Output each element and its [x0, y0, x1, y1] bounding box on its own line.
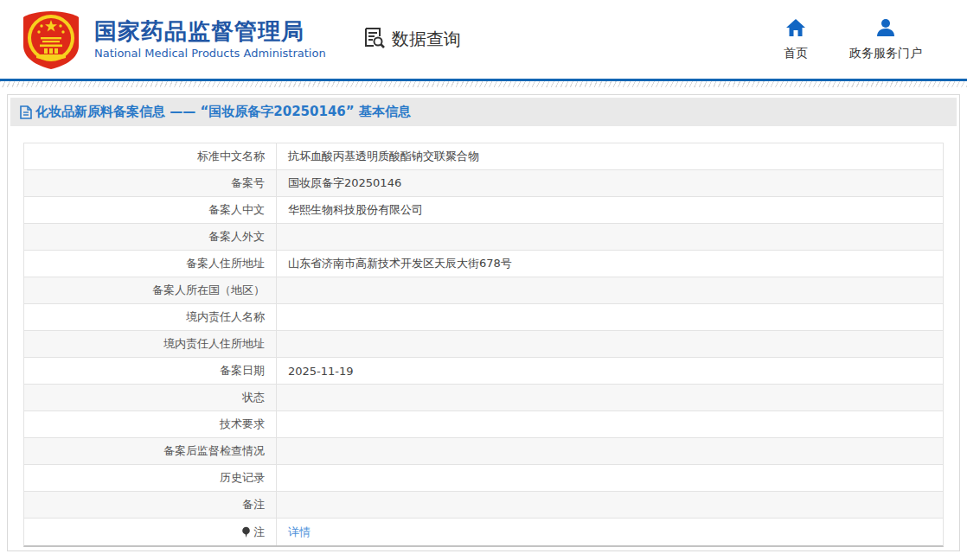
row-value [277, 304, 943, 330]
table-row: 备案号 国妆原备字20250146 [24, 170, 943, 197]
row-label: 注 [24, 519, 277, 545]
home-icon [785, 18, 806, 41]
row-label-text: 标准中文名称 [197, 149, 265, 164]
content-panel: 化妆品新原料备案信息 —— “国妆原备字20250146” 基本信息 标准中文名… [7, 94, 960, 551]
table-row: 历史记录 [24, 465, 943, 492]
note-icon [241, 526, 251, 538]
row-value [277, 438, 943, 464]
site-header: 国家药品监督管理局 National Medical Products Admi… [0, 0, 967, 79]
user-icon [875, 18, 896, 41]
row-value: 详情 [277, 519, 943, 545]
nav-home[interactable]: 首页 [784, 18, 808, 61]
table-row: 境内责任人住所地址 [24, 331, 943, 358]
table-row: 状态 [24, 385, 943, 411]
row-value [277, 331, 943, 357]
row-label-text: 注 [253, 525, 265, 540]
row-label: 备注 [24, 492, 277, 518]
row-label-text: 备案后监督检查情况 [163, 443, 265, 459]
row-label-text: 境内责任人住所地址 [163, 336, 265, 352]
row-label-text: 备案人中文 [208, 202, 265, 218]
row-value [277, 385, 943, 410]
row-label: 备案人外文 [24, 224, 277, 250]
document-icon [20, 105, 32, 119]
table-row: 注 详情 [24, 519, 943, 545]
row-value: 2025-11-19 [277, 358, 943, 384]
page-titlebar: 化妆品新原料备案信息 —— “国妆原备字20250146” 基本信息 [10, 98, 957, 126]
nav-portal[interactable]: 政务服务门户 [849, 18, 922, 61]
detail-link[interactable]: 详情 [288, 525, 311, 540]
table-row: 备注 [24, 492, 943, 519]
row-value [277, 277, 943, 303]
row-label-text: 备案人外文 [208, 229, 265, 245]
row-label: 状态 [24, 385, 277, 410]
page-title: 化妆品新原料备案信息 —— “国妆原备字20250146” 基本信息 [35, 104, 411, 120]
org-subtitle: National Medical Products Administration [94, 47, 326, 60]
national-emblem-logo [19, 10, 83, 70]
row-label-text: 备案人住所地址 [186, 256, 265, 271]
row-label: 备案人住所地址 [24, 251, 277, 277]
row-label-text: 历史记录 [220, 470, 265, 486]
row-label-text: 境内责任人名称 [186, 309, 265, 325]
org-title: 国家药品监督管理局 [94, 19, 326, 45]
table-row: 备案后监督检查情况 [24, 438, 943, 465]
row-label-text: 备注 [242, 497, 265, 512]
row-label-text: 状态 [242, 390, 265, 405]
row-value [277, 465, 943, 491]
table-row: 技术要求 [24, 411, 943, 438]
row-label: 备案人所在国（地区） [24, 277, 277, 303]
table-row: 备案日期 2025-11-19 [24, 358, 943, 385]
row-label: 备案日期 [24, 358, 277, 384]
table-row: 备案人中文 华熙生物科技股份有限公司 [24, 197, 943, 224]
row-value: 华熙生物科技股份有限公司 [277, 197, 943, 223]
data-query-section[interactable]: 数据查询 [362, 26, 461, 53]
table-row: 境内责任人名称 [24, 304, 943, 331]
table-row: 备案人所在国（地区） [24, 277, 943, 304]
nav-portal-label: 政务服务门户 [849, 46, 922, 61]
header-nav: 首页 政务服务门户 [784, 18, 922, 61]
row-value: 国妆原备字20250146 [277, 170, 943, 196]
row-label: 备案号 [24, 170, 277, 196]
row-value [277, 411, 943, 437]
table-row: 备案人外文 [24, 224, 943, 251]
row-label: 备案后监督检查情况 [24, 438, 277, 464]
data-query-icon [362, 26, 386, 53]
row-value: 山东省济南市高新技术开发区天辰大街678号 [277, 251, 943, 277]
data-query-label: 数据查询 [392, 28, 461, 51]
row-label-text: 备案号 [231, 175, 265, 191]
row-label: 历史记录 [24, 465, 277, 491]
table-row: 标准中文名称 抗坏血酸丙基透明质酸酯钠交联聚合物 [24, 143, 943, 170]
org-identity: 国家药品监督管理局 National Medical Products Admi… [94, 19, 326, 60]
row-label: 境内责任人名称 [24, 304, 277, 330]
row-value: 抗坏血酸丙基透明质酸酯钠交联聚合物 [277, 143, 943, 169]
row-value [277, 492, 943, 518]
row-label-text: 技术要求 [220, 417, 265, 432]
row-label: 备案人中文 [24, 197, 277, 223]
info-table: 标准中文名称 抗坏血酸丙基透明质酸酯钠交联聚合物 备案号 国妆原备字202501… [23, 143, 944, 547]
table-row: 备案人住所地址 山东省济南市高新技术开发区天辰大街678号 [24, 251, 943, 277]
stripe-band [0, 81, 967, 87]
row-label: 标准中文名称 [24, 143, 277, 169]
row-label: 技术要求 [24, 411, 277, 437]
row-value [277, 224, 943, 250]
nav-home-label: 首页 [784, 46, 808, 61]
row-label-text: 备案日期 [220, 363, 265, 379]
row-label: 境内责任人住所地址 [24, 331, 277, 357]
row-label-text: 备案人所在国（地区） [152, 283, 265, 298]
